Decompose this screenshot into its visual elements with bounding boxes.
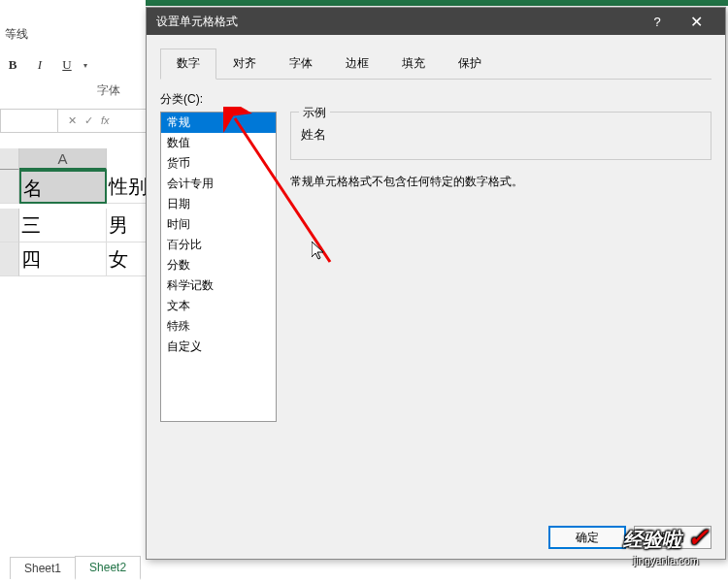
row-header[interactable]: [0, 242, 19, 276]
category-item-fraction[interactable]: 分数: [161, 255, 276, 275]
font-group-label: 字体: [97, 82, 120, 99]
category-item-accounting[interactable]: 会计专用: [161, 174, 276, 194]
close-button[interactable]: ✕: [677, 8, 715, 35]
dialog-title-text: 设置单元格格式: [156, 14, 638, 30]
underline-button[interactable]: U: [56, 54, 78, 76]
cell-A1[interactable]: 名: [19, 170, 107, 204]
italic-button[interactable]: I: [29, 54, 50, 76]
category-label: 分类(C):: [160, 91, 711, 108]
category-item-general[interactable]: 常规: [161, 113, 276, 133]
ok-button[interactable]: 确定: [548, 526, 626, 549]
format-preview-pane: 示例 姓名 常规单元格格式不包含任何特定的数字格式。: [290, 112, 711, 422]
category-item-special[interactable]: 特殊: [161, 316, 276, 337]
fx-icon[interactable]: fx: [101, 114, 110, 127]
watermark-url: jingyanla.com: [634, 555, 699, 566]
ribbon-fragment: 等线: [0, 26, 146, 40]
tab-alignment[interactable]: 对齐: [216, 48, 273, 79]
category-item-number[interactable]: 数值: [161, 133, 276, 153]
watermark-logo: 经验啦 ✓: [623, 523, 709, 553]
sheet-tab-1[interactable]: Sheet1: [10, 557, 76, 579]
cell-A3[interactable]: 四: [19, 242, 107, 276]
example-label: 示例: [299, 105, 330, 121]
category-item-custom[interactable]: 自定义: [161, 337, 276, 357]
select-all-cell[interactable]: [0, 148, 19, 170]
cell-A2[interactable]: 三: [19, 209, 107, 242]
chevron-down-icon[interactable]: ▾: [83, 61, 87, 70]
category-item-text[interactable]: 文本: [161, 296, 276, 316]
format-description: 常规单元格格式不包含任何特定的数字格式。: [290, 174, 711, 190]
sheet-tab-2[interactable]: Sheet2: [75, 556, 141, 580]
cancel-icon[interactable]: ✕: [68, 114, 77, 127]
tab-border[interactable]: 边框: [329, 48, 385, 79]
column-headers: A: [0, 148, 107, 170]
category-item-scientific[interactable]: 科学记数: [161, 275, 276, 296]
category-item-percentage[interactable]: 百分比: [161, 235, 276, 255]
tab-number[interactable]: 数字: [160, 48, 216, 80]
font-toolbar: B I U ▾: [0, 50, 146, 80]
category-item-time[interactable]: 时间: [161, 214, 276, 235]
spreadsheet-background: 等线 B I U ▾ 字体 ✕ ✓ fx A 名 性别 三 男 四 女: [0, 0, 146, 582]
tab-font[interactable]: 字体: [273, 48, 329, 79]
app-title-bar: [146, 0, 728, 6]
category-listbox[interactable]: 常规 数值 货币 会计专用 日期 时间 百分比 分数 科学记数 文本 特殊 自定…: [160, 112, 277, 422]
format-cells-dialog: 设置单元格格式 ? ✕ 数字 对齐 字体 边框 填充 保护 分类(C): 常规 …: [146, 7, 726, 560]
name-box[interactable]: [0, 110, 58, 132]
formula-bar: ✕ ✓ fx: [0, 109, 146, 133]
category-item-currency[interactable]: 货币: [161, 153, 276, 174]
category-item-date[interactable]: 日期: [161, 194, 276, 214]
help-button[interactable]: ?: [638, 8, 677, 35]
dialog-tabs: 数字 对齐 字体 边框 填充 保护: [160, 48, 711, 80]
example-box: 示例 姓名: [290, 112, 711, 160]
sheet-tab-bar: Sheet1 Sheet2: [10, 556, 140, 580]
column-header-A[interactable]: A: [19, 148, 107, 170]
check-icon: ✓: [687, 523, 709, 552]
row-header[interactable]: [0, 170, 19, 204]
bold-button[interactable]: B: [2, 54, 23, 76]
tab-fill[interactable]: 填充: [385, 48, 442, 79]
row-header[interactable]: [0, 209, 19, 242]
dialog-body: 数字 对齐 字体 边框 填充 保护 分类(C): 常规 数值 货币 会计专用 日…: [147, 35, 725, 436]
dialog-titlebar[interactable]: 设置单元格格式 ? ✕: [147, 8, 725, 35]
watermark-text: 经验啦: [623, 529, 681, 550]
example-value: 姓名: [301, 126, 701, 144]
tab-protection[interactable]: 保护: [442, 48, 498, 79]
enter-icon[interactable]: ✓: [84, 114, 93, 127]
